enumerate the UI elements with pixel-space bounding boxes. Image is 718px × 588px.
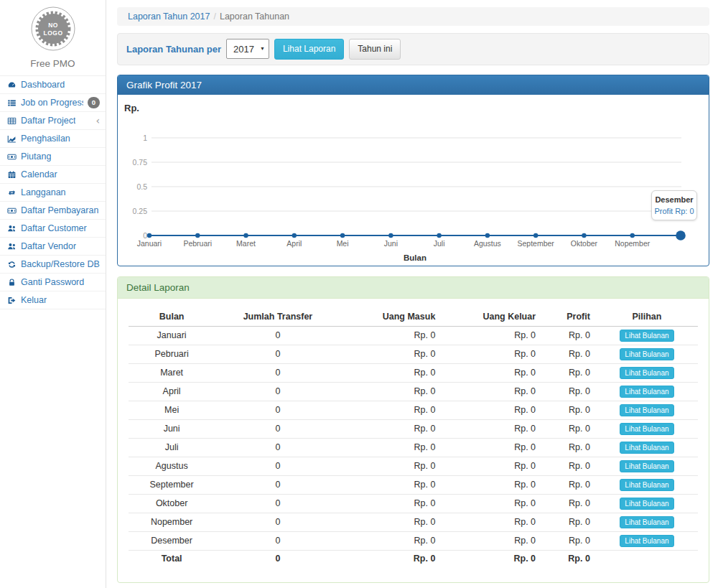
cell: 0 [215, 457, 340, 475]
lihat-bulanan-button[interactable]: Lihat Bulanan [620, 348, 673, 360]
main-content: Laporan Tahun 2017/Laporan Tahunan Lapor… [106, 0, 718, 588]
cell-action: Lihat Bulanan [596, 531, 698, 550]
profit-chart-panel: Grafik Profit 2017 Rp. 10.750.50.250Janu… [117, 75, 709, 266]
sidebar-item-daftar-project[interactable]: Daftar Project‹ [0, 112, 106, 130]
lihat-bulanan-button[interactable]: Lihat Bulanan [620, 498, 673, 510]
cell: Rp. 0 [541, 438, 596, 457]
sidebar-item-label: Daftar Project [21, 115, 75, 126]
svg-text:Juli: Juli [434, 239, 445, 248]
sidebar-item-calendar[interactable]: Calendar [0, 166, 106, 184]
cell-action: Lihat Bulanan [596, 513, 698, 531]
sidebar-item-daftar-vendor[interactable]: Daftar Vendor [0, 238, 106, 256]
total-cell: 0 [215, 550, 340, 566]
cell: Rp. 0 [441, 363, 541, 382]
lihat-bulanan-button[interactable]: Lihat Bulanan [620, 479, 673, 491]
breadcrumb: Laporan Tahun 2017/Laporan Tahunan [117, 7, 709, 26]
sidebar-item-label: Penghasilan [21, 133, 70, 144]
svg-text:1: 1 [143, 133, 147, 141]
lihat-bulanan-button[interactable]: Lihat Bulanan [620, 460, 673, 472]
app-window: NO LOGO Free PMO DashboardJob on Progres… [0, 0, 718, 588]
lihat-bulanan-button[interactable]: Lihat Bulanan [620, 516, 673, 528]
cell: 0 [215, 475, 340, 494]
no-logo-badge: NO LOGO [30, 6, 76, 52]
table-row: April0Rp. 0Rp. 0Rp. 0Lihat Bulanan [129, 382, 698, 401]
year-select[interactable]: 2017 [226, 39, 269, 59]
cell: Rp. 0 [541, 326, 596, 345]
table-row: Nopember0Rp. 0Rp. 0Rp. 0Lihat Bulanan [129, 513, 698, 531]
table-row: Juli0Rp. 0Rp. 0Rp. 0Lihat Bulanan [129, 438, 698, 457]
cell: Rp. 0 [541, 419, 596, 438]
table-row: September0Rp. 0Rp. 0Rp. 0Lihat Bulanan [129, 475, 698, 494]
total-cell: Rp. 0 [341, 550, 442, 566]
cell: Rp. 0 [541, 345, 596, 363]
sidebar-item-backup-restore-db[interactable]: Backup/Restore DB [0, 256, 106, 274]
total-cell: Rp. 0 [441, 550, 541, 566]
chart-tooltip: Desember Profit Rp: 0 [651, 190, 697, 220]
report-table: BulanJumlah TransferUang MasukUang Kelua… [129, 307, 698, 566]
cell: Oktober [129, 494, 215, 513]
sidebar-item-penghasilan[interactable]: Penghasilan [0, 130, 106, 148]
detail-panel-title: Detail Laporan [118, 277, 709, 299]
cell: Desember [129, 531, 215, 550]
dashboard-icon [6, 80, 17, 90]
profit-line-chart: 10.750.50.250JanuariPebruariMaretAprilMe… [129, 103, 699, 266]
lihat-bulanan-button[interactable]: Lihat Bulanan [620, 442, 673, 454]
cell: Rp. 0 [441, 419, 541, 438]
sidebar-item-daftar-customer[interactable]: Daftar Customer [0, 220, 106, 238]
cell: Rp. 0 [341, 438, 442, 457]
cell: Rp. 0 [441, 438, 541, 457]
lihat-laporan-button[interactable]: Lihat Laporan [274, 39, 344, 60]
cell: 0 [215, 531, 340, 550]
retweet-icon [6, 187, 17, 197]
cell-action: Lihat Bulanan [596, 345, 698, 363]
detail-report-panel: Detail Laporan BulanJumlah TransferUang … [117, 276, 709, 583]
money-icon [6, 205, 17, 215]
column-header: Uang Masuk [341, 307, 442, 327]
cell: Nopember [129, 513, 215, 531]
lihat-bulanan-button[interactable]: Lihat Bulanan [620, 404, 673, 416]
column-header: Profit [541, 307, 596, 327]
table-row: Desember0Rp. 0Rp. 0Rp. 0Lihat Bulanan [129, 531, 698, 550]
sidebar-item-label: Daftar Vendor [21, 241, 76, 252]
cell: Agustus [129, 457, 215, 475]
chart-area: Rp. 10.750.50.250JanuariPebruariMaretApr… [118, 95, 709, 266]
cell: 0 [215, 345, 340, 363]
cell: April [129, 382, 215, 401]
svg-text:Oktober: Oktober [571, 239, 598, 248]
cell: Rp. 0 [341, 326, 442, 345]
breadcrumb-link[interactable]: Laporan Tahun 2017 [128, 11, 210, 22]
cell: Rp. 0 [341, 345, 442, 363]
cell: Rp. 0 [341, 363, 442, 382]
table-row: Maret0Rp. 0Rp. 0Rp. 0Lihat Bulanan [129, 363, 698, 382]
refresh-icon [6, 259, 17, 269]
sidebar-item-keluar[interactable]: Keluar [0, 291, 106, 309]
sidebar-item-job-on-progress[interactable]: Job on Progress0 [0, 94, 106, 112]
sidebar-item-daftar-pembayaran[interactable]: Daftar Pembayaran [0, 202, 106, 220]
sidebar-item-dashboard[interactable]: Dashboard [0, 76, 106, 94]
table-row: Januari0Rp. 0Rp. 0Rp. 0Lihat Bulanan [129, 326, 698, 345]
cell: Rp. 0 [541, 457, 596, 475]
lihat-bulanan-button[interactable]: Lihat Bulanan [620, 423, 673, 435]
tahun-ini-button[interactable]: Tahun ini [349, 39, 401, 60]
sidebar-item-ganti-password[interactable]: Ganti Password [0, 274, 106, 291]
total-cell [596, 550, 698, 566]
lihat-bulanan-button[interactable]: Lihat Bulanan [620, 330, 673, 342]
sidebar-item-piutang[interactable]: Piutang [0, 148, 106, 166]
svg-text:Pebruari: Pebruari [183, 239, 212, 248]
lihat-bulanan-button[interactable]: Lihat Bulanan [620, 535, 673, 547]
lihat-bulanan-button[interactable]: Lihat Bulanan [620, 367, 673, 379]
table-icon [6, 116, 17, 126]
cell-action: Lihat Bulanan [596, 401, 698, 419]
cell: Rp. 0 [341, 494, 442, 513]
cell: Juni [129, 419, 215, 438]
cell-action: Lihat Bulanan [596, 419, 698, 438]
cell: 0 [215, 401, 340, 419]
sidebar-item-langganan[interactable]: Langganan [0, 184, 106, 202]
cell-action: Lihat Bulanan [596, 457, 698, 475]
cell: Januari [129, 326, 215, 345]
total-cell: Total [129, 550, 215, 566]
svg-text:0.5: 0.5 [136, 182, 147, 190]
sidebar-item-label: Keluar [21, 294, 47, 306]
lihat-bulanan-button[interactable]: Lihat Bulanan [620, 386, 673, 398]
sign-out-icon [6, 295, 17, 305]
